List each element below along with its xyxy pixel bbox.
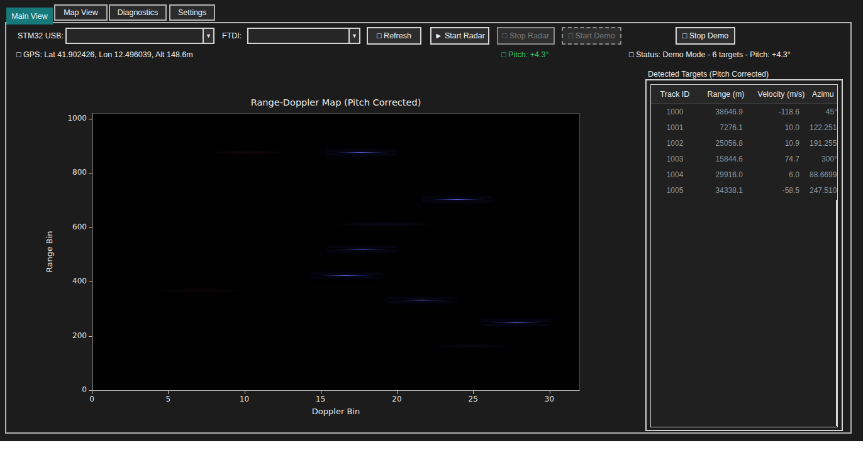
table-cell: 1000 bbox=[651, 107, 699, 116]
table-cell: 10.0 bbox=[753, 123, 810, 132]
start-radar-button[interactable]: ► Start Radar bbox=[430, 27, 489, 45]
ftdi-port-combobox[interactable]: ▼ bbox=[247, 28, 360, 44]
y-tick-label: 1000 bbox=[58, 114, 87, 123]
targets-listview[interactable]: Track ID Range (m) Velocity (m/s) Azimu … bbox=[650, 84, 838, 427]
table-cell: 88.66998 bbox=[810, 170, 837, 179]
table-cell: 6.0 bbox=[753, 170, 810, 179]
chevron-down-icon[interactable]: ▼ bbox=[348, 29, 359, 43]
chevron-down-icon[interactable]: ▼ bbox=[203, 29, 213, 43]
target-streak bbox=[326, 151, 396, 153]
targets-table-header: Track ID Range (m) Velocity (m/s) Azimu bbox=[651, 85, 837, 104]
x-tick-label: 30 bbox=[536, 395, 564, 403]
chart-y-axis-label: Range Bin bbox=[45, 226, 54, 278]
x-tick-label: 5 bbox=[154, 395, 182, 403]
refresh-button[interactable]: □ Refresh bbox=[367, 27, 421, 45]
table-cell: 247.5104 bbox=[810, 186, 837, 195]
y-tick-mark bbox=[89, 173, 92, 173]
table-cell: 25056.8 bbox=[699, 139, 753, 148]
tab-diagnostics[interactable]: Diagnostics bbox=[109, 4, 167, 21]
stop-radar-button[interactable]: □ Stop Radar bbox=[497, 27, 555, 45]
table-cell: -118.6 bbox=[753, 107, 810, 116]
table-cell: 1002 bbox=[651, 139, 699, 148]
column-header-velocity[interactable]: Velocity (m/s) bbox=[753, 90, 810, 99]
table-cell: 300° bbox=[810, 155, 837, 163]
demo-status-text: □ Status: Demo Mode - 6 targets - Pitch:… bbox=[629, 50, 791, 59]
x-tick-mark bbox=[397, 391, 398, 394]
ftdi-label: FTDI: bbox=[222, 31, 242, 40]
x-tick-mark bbox=[473, 391, 474, 394]
table-cell: 1005 bbox=[651, 186, 699, 195]
x-tick-label: 0 bbox=[78, 395, 106, 403]
chart-x-axis-label: Doppler Bin bbox=[92, 407, 580, 416]
table-row[interactable]: 100534338.1-58.5247.5104 bbox=[651, 182, 837, 198]
chart-title: Range-Doppler Map (Pitch Corrected) bbox=[92, 97, 580, 107]
x-tick-mark bbox=[168, 391, 169, 394]
x-tick-label: 10 bbox=[231, 395, 259, 403]
targets-panel-title: Detected Targets (Pitch Corrected) bbox=[648, 70, 769, 79]
table-row[interactable]: 100429916.06.088.66998 bbox=[651, 167, 837, 182]
target-streak bbox=[311, 275, 381, 277]
table-cell: 7276.1 bbox=[699, 123, 753, 132]
stm32-port-value bbox=[67, 29, 203, 43]
tab-main-view[interactable]: Main View bbox=[6, 8, 53, 25]
table-cell: 122.2510 bbox=[810, 123, 837, 132]
table-cell: 34338.1 bbox=[699, 186, 753, 195]
pitch-status-text: □ Pitch: +4.3° bbox=[501, 50, 548, 59]
y-tick-label: 400 bbox=[58, 277, 87, 285]
target-streak bbox=[423, 199, 492, 200]
table-cell: 15844.6 bbox=[699, 155, 753, 163]
y-tick-label: 600 bbox=[58, 222, 87, 231]
table-row[interactable]: 100225056.810.9191.2552 bbox=[651, 135, 837, 151]
column-header-track-id[interactable]: Track ID bbox=[651, 90, 699, 99]
tab-map-view[interactable]: Map View bbox=[54, 4, 108, 21]
table-row[interactable]: 10017276.110.0122.2510 bbox=[651, 119, 837, 135]
ftdi-port-value bbox=[248, 29, 348, 43]
table-row[interactable]: 100038646.9-118.645° bbox=[651, 104, 837, 119]
y-tick-mark bbox=[89, 282, 92, 282]
x-tick-label: 25 bbox=[459, 395, 487, 403]
range-doppler-heatmap bbox=[92, 113, 580, 391]
x-tick-mark bbox=[550, 391, 550, 394]
column-header-range[interactable]: Range (m) bbox=[699, 90, 753, 99]
tab-settings[interactable]: Settings bbox=[169, 4, 215, 21]
table-cell: 1004 bbox=[651, 170, 699, 179]
table-cell: 74.7 bbox=[753, 155, 810, 163]
x-tick-mark bbox=[92, 391, 92, 394]
x-tick-mark bbox=[245, 391, 245, 394]
targets-table-body: 100038646.9-118.645°10017276.110.0122.25… bbox=[651, 104, 837, 198]
target-streak bbox=[328, 248, 397, 250]
table-row[interactable]: 100315844.674.7300° bbox=[651, 151, 837, 167]
x-tick-label: 15 bbox=[307, 395, 335, 403]
radar-app-window: Main View Map View Diagnostics Settings … bbox=[0, 0, 863, 441]
table-cell: 1001 bbox=[651, 123, 699, 132]
table-cell: 191.2552 bbox=[810, 139, 837, 148]
table-cell: 1003 bbox=[651, 155, 699, 163]
gps-status-text: □ GPS: Lat 41.902426, Lon 12.496039, Alt… bbox=[16, 50, 193, 59]
start-demo-button[interactable]: □ Start Demo bbox=[562, 27, 621, 45]
y-tick-mark bbox=[89, 119, 92, 119]
target-streak bbox=[482, 322, 551, 324]
targets-scrollbar[interactable] bbox=[836, 200, 837, 426]
y-tick-label: 200 bbox=[58, 331, 87, 340]
table-cell: -58.5 bbox=[753, 186, 810, 195]
x-tick-label: 20 bbox=[383, 395, 411, 403]
stm32-port-combobox[interactable]: ▼ bbox=[65, 28, 214, 44]
x-tick-mark bbox=[321, 391, 321, 394]
y-tick-label: 800 bbox=[58, 168, 87, 177]
stm32-usb-label: STM32 USB: bbox=[18, 31, 64, 40]
table-cell: 10.9 bbox=[753, 139, 810, 148]
table-cell: 29916.0 bbox=[699, 170, 753, 179]
y-tick-mark bbox=[89, 390, 92, 391]
column-header-azimuth[interactable]: Azimu bbox=[810, 90, 837, 99]
table-cell: 45° bbox=[810, 107, 837, 116]
target-streak bbox=[387, 299, 457, 301]
y-tick-mark bbox=[89, 228, 92, 228]
y-tick-mark bbox=[89, 336, 92, 337]
table-cell: 38646.9 bbox=[699, 107, 753, 116]
y-tick-label: 0 bbox=[58, 385, 87, 394]
stop-demo-button[interactable]: □ Stop Demo bbox=[676, 27, 735, 45]
